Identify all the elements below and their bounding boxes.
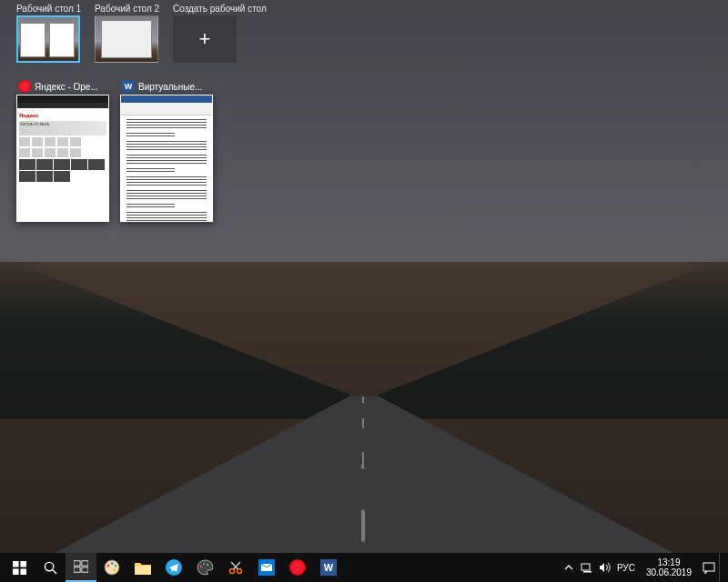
- tray-language-indicator[interactable]: РУС: [617, 563, 635, 573]
- window-thumbnail-title: Яндекс - Ope...: [35, 82, 107, 92]
- tray-notifications-icon[interactable]: [703, 561, 715, 574]
- new-virtual-desktop-label: Создать рабочий стол: [173, 4, 267, 14]
- yandex-logo: Яндекс: [19, 113, 106, 118]
- window-thumbnail-word[interactable]: W Виртуальные...: [120, 78, 213, 222]
- svg-rect-8: [74, 567, 80, 572]
- task-view-button[interactable]: [66, 553, 96, 582]
- svg-point-19: [207, 564, 208, 566]
- svg-point-4: [45, 562, 53, 570]
- svg-rect-6: [74, 561, 80, 566]
- svg-point-21: [238, 569, 242, 574]
- tray-clock[interactable]: 13:19 30.06.2019: [641, 557, 697, 577]
- taskbar-app-explorer[interactable]: [127, 553, 158, 582]
- opera-icon: [18, 80, 31, 93]
- plus-icon: +: [173, 15, 237, 63]
- window-thumbnail-preview: Яндекс ŠKODA OCTAVIA: [16, 95, 109, 222]
- start-button[interactable]: [4, 553, 35, 582]
- new-virtual-desktop[interactable]: Создать рабочий стол +: [173, 4, 267, 63]
- svg-rect-3: [20, 568, 26, 575]
- windows-icon: [13, 561, 26, 575]
- word-icon: W: [320, 559, 337, 576]
- window-thumbnail-preview: [120, 95, 213, 222]
- tray-chevron-up-icon[interactable]: [562, 561, 575, 574]
- virtual-desktop-thumb: [95, 15, 158, 63]
- svg-point-12: [111, 562, 114, 565]
- window-thumbnail-title: Виртуальные...: [138, 82, 211, 92]
- svg-rect-7: [82, 561, 88, 566]
- virtual-desktop-2[interactable]: Рабочий стол 2: [95, 4, 158, 63]
- svg-point-18: [203, 563, 205, 565]
- open-windows-row: Яндекс - Ope... Яндекс ŠKODA OCTAVIA W В…: [16, 78, 213, 222]
- system-tray: РУС 13:19 30.06.2019: [559, 557, 719, 577]
- taskbar-app-snip[interactable]: [220, 553, 251, 582]
- word-icon: W: [122, 80, 135, 93]
- taskbar-app-palette[interactable]: [189, 553, 220, 582]
- svg-point-17: [200, 566, 202, 567]
- taskbar-app-mail[interactable]: [251, 553, 282, 582]
- virtual-desktop-label: Рабочий стол 1: [16, 4, 80, 14]
- virtual-desktop-1[interactable]: Рабочий стол 1: [16, 4, 80, 63]
- tray-network-icon[interactable]: [581, 561, 593, 574]
- tray-date: 30.06.2019: [646, 567, 692, 577]
- svg-point-14: [114, 569, 116, 572]
- window-thumbnail-header: W Виртуальные...: [120, 78, 213, 95]
- show-desktop-button[interactable]: [719, 553, 724, 582]
- ad-banner: ŠKODA OCTAVIA: [19, 121, 106, 135]
- taskbar: W РУС 13:19 30.06.2019: [0, 553, 728, 582]
- taskbar-app-word[interactable]: W: [313, 553, 344, 582]
- window-thumbnail-header: Яндекс - Ope...: [16, 78, 109, 95]
- svg-point-11: [107, 565, 110, 567]
- svg-rect-9: [82, 567, 88, 572]
- svg-rect-15: [135, 566, 151, 575]
- svg-rect-26: [581, 564, 590, 570]
- window-thumbnail-opera[interactable]: Яндекс - Ope... Яндекс ŠKODA OCTAVIA: [16, 78, 109, 222]
- folder-icon: [135, 561, 151, 575]
- scissors-icon: [228, 560, 243, 575]
- taskview-icon: [74, 560, 88, 573]
- tray-time: 13:19: [646, 557, 692, 567]
- taskbar-app-opera[interactable]: [282, 553, 313, 582]
- tray-volume-icon[interactable]: [599, 561, 612, 574]
- svg-rect-1: [20, 561, 26, 567]
- svg-point-20: [230, 569, 235, 574]
- svg-line-5: [52, 569, 56, 573]
- virtual-desktop-thumb: [16, 15, 80, 63]
- mail-icon: [258, 559, 275, 576]
- paint-icon: [104, 559, 120, 576]
- svg-rect-2: [13, 568, 19, 575]
- telegram-icon: [166, 559, 182, 576]
- svg-rect-28: [703, 563, 714, 571]
- svg-rect-0: [13, 561, 19, 567]
- svg-point-13: [115, 565, 117, 567]
- palette-icon: [197, 559, 213, 576]
- search-icon: [44, 561, 57, 575]
- virtual-desktops-strip: Рабочий стол 1 Рабочий стол 2 Создать ра…: [0, 0, 728, 71]
- taskbar-app-paint[interactable]: [96, 553, 127, 582]
- opera-icon: [289, 559, 306, 576]
- svg-rect-27: [583, 571, 592, 573]
- search-button[interactable]: [35, 553, 66, 582]
- taskbar-app-telegram[interactable]: [158, 553, 189, 582]
- virtual-desktop-label: Рабочий стол 2: [95, 4, 158, 14]
